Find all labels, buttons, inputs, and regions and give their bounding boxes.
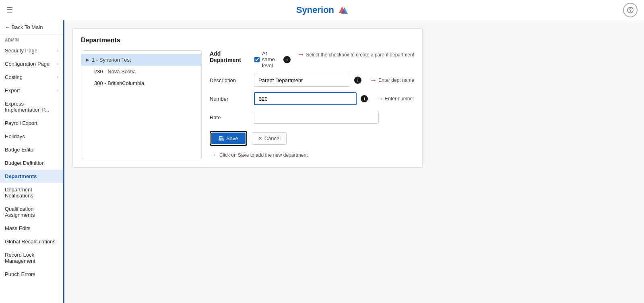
header: ☰ Synerion ?	[0, 0, 644, 20]
sidebar: ← Back To Main ADMIN Security Page › Con…	[0, 20, 64, 303]
save-button-wrapper: Save	[210, 131, 247, 146]
tree-item-230[interactable]: 230 - Nova Scotia	[81, 66, 201, 77]
sidebar-item-badge-editor[interactable]: Badge Editor	[0, 143, 63, 156]
help-button[interactable]: ?	[623, 3, 638, 17]
description-annotation-text: Enter dept name	[378, 77, 414, 83]
sidebar-item-holidays[interactable]: Holidays	[0, 130, 63, 143]
sidebar-label-configuration-page: Configuration Page	[5, 61, 50, 67]
sidebar-label-security-page: Security Page	[5, 48, 37, 54]
description-annotation: → Enter dept name	[369, 76, 414, 85]
svg-text:?: ?	[629, 8, 632, 12]
save-button-label: Save	[226, 135, 238, 141]
sidebar-item-express-implementation[interactable]: Express Implementation P...	[0, 97, 63, 116]
checkbox-annotation-text: Select the checkbox to create a parent d…	[306, 52, 414, 58]
number-annotation-text: Enter number	[385, 96, 414, 102]
sidebar-label-holidays: Holidays	[5, 133, 25, 139]
sidebar-item-payroll-export[interactable]: Payroll Export	[0, 116, 63, 130]
save-hint-text: Click on Save to add the new department	[219, 152, 308, 158]
number-info-icon[interactable]: i	[361, 95, 368, 102]
department-tree: ▶ 1 - Synerion Test 230 - Nova Scotia 30…	[81, 50, 202, 159]
sidebar-item-departments[interactable]: Departments	[0, 170, 63, 183]
save-hint-arrow: →	[210, 151, 217, 159]
sidebar-item-punch-errors[interactable]: Punch Errors	[0, 268, 63, 281]
sidebar-label-payroll-export: Payroll Export	[5, 120, 37, 126]
sidebar-label-punch-errors: Punch Errors	[5, 271, 35, 277]
same-level-label: At same level	[262, 50, 281, 68]
sidebar-label-export: Export	[5, 87, 20, 93]
rate-row: Rate	[210, 111, 414, 124]
sidebar-label-express-implementation: Express Implementation P...	[5, 101, 58, 113]
logo-text: Synerion	[296, 5, 334, 15]
sidebar-label-global-recalculations: Global Recalculations	[5, 239, 56, 245]
sidebar-item-qualification-assignments[interactable]: Qualification Assignments	[0, 202, 63, 222]
admin-section-label: ADMIN	[0, 35, 63, 44]
sidebar-item-department-notifications[interactable]: Department Notifications	[0, 183, 63, 202]
sidebar-item-global-recalculations[interactable]: Global Recalculations	[0, 235, 63, 248]
rate-input[interactable]	[254, 111, 379, 124]
logo-icon	[336, 6, 348, 15]
sidebar-label-departments: Departments	[5, 173, 37, 179]
sidebar-label-mass-edits: Mass Edits	[5, 225, 31, 231]
same-level-checkbox[interactable]	[254, 56, 260, 63]
chevron-icon: ›	[57, 62, 58, 66]
save-hint: → Click on Save to add the new departmen…	[210, 151, 414, 159]
number-input[interactable]	[254, 92, 357, 105]
sidebar-label-qualification-assignments: Qualification Assignments	[5, 206, 58, 218]
app-logo: Synerion	[296, 5, 348, 15]
chevron-icon: ›	[57, 48, 58, 53]
sidebar-item-configuration-page[interactable]: Configuration Page ›	[0, 57, 63, 71]
number-label: Number	[210, 96, 250, 102]
sidebar-item-costing[interactable]: Costing ›	[0, 71, 63, 84]
sidebar-label-badge-editor: Badge Editor	[5, 147, 35, 153]
main-layout: ← Back To Main ADMIN Security Page › Con…	[0, 20, 644, 303]
save-button[interactable]: Save	[211, 133, 246, 144]
departments-layout: ▶ 1 - Synerion Test 230 - Nova Scotia 30…	[81, 50, 414, 159]
departments-panel: Departments ▶ 1 - Synerion Test 230 - No…	[72, 28, 423, 168]
svg-rect-5	[220, 136, 222, 137]
svg-rect-7	[220, 139, 221, 140]
tree-expand-icon: ▶	[86, 58, 89, 62]
chevron-icon: ›	[57, 88, 58, 93]
tree-item-1[interactable]: ▶ 1 - Synerion Test	[81, 54, 201, 66]
rate-label: Rate	[210, 114, 250, 120]
description-input[interactable]	[254, 74, 350, 87]
sidebar-label-record-lock-management: Record Lock Management	[5, 252, 58, 264]
tree-item-300[interactable]: 300 - BritishColumbia	[81, 77, 201, 89]
description-info-icon[interactable]: i	[354, 77, 361, 84]
sidebar-label-department-notifications: Department Notifications	[5, 187, 58, 199]
save-icon	[219, 136, 224, 141]
tree-item-label-230: 230 - Nova Scotia	[94, 68, 136, 75]
hamburger-menu[interactable]: ☰	[6, 6, 13, 15]
button-row: Save ✕ Cancel	[210, 131, 414, 146]
form-area: Add Department At same level i → Select …	[210, 50, 414, 159]
number-row: Number i → Enter number	[210, 92, 414, 105]
tree-item-label-300: 300 - BritishColumbia	[94, 80, 144, 86]
main-content: Departments ▶ 1 - Synerion Test 230 - No…	[64, 20, 644, 303]
number-annotation-arrow: →	[376, 95, 383, 103]
cancel-button-label: Cancel	[264, 135, 281, 141]
number-annotation: → Enter number	[376, 95, 414, 103]
sidebar-item-mass-edits[interactable]: Mass Edits	[0, 222, 63, 235]
sidebar-item-record-lock-management[interactable]: Record Lock Management	[0, 248, 63, 268]
description-label: Description	[210, 77, 250, 83]
sidebar-item-security-page[interactable]: Security Page ›	[0, 44, 63, 57]
add-department-title: Add Department	[210, 50, 242, 63]
sidebar-item-budget-definition[interactable]: Budget Definition	[0, 156, 63, 170]
chevron-icon: ›	[57, 75, 58, 79]
cancel-x-icon: ✕	[258, 135, 262, 141]
description-annotation-arrow: →	[369, 76, 377, 85]
sidebar-label-budget-definition: Budget Definition	[5, 160, 45, 166]
same-level-group: At same level i	[254, 50, 291, 68]
sidebar-item-export[interactable]: Export ›	[0, 84, 63, 97]
checkbox-annotation-arrow: →	[297, 50, 304, 59]
same-level-info-icon[interactable]: i	[283, 56, 291, 63]
cancel-button[interactable]: ✕ Cancel	[252, 132, 287, 145]
back-to-main[interactable]: ← Back To Main	[0, 20, 63, 35]
description-row: Description i → Enter dept name	[210, 74, 414, 87]
checkbox-annotation: → Select the checkbox to create a parent…	[297, 50, 414, 59]
form-header-row: Add Department At same level i → Select …	[210, 50, 414, 69]
help-icon: ?	[627, 7, 634, 13]
sidebar-label-costing: Costing	[5, 74, 23, 80]
departments-title: Departments	[81, 37, 414, 44]
tree-item-label-1: 1 - Synerion Test	[92, 57, 131, 63]
